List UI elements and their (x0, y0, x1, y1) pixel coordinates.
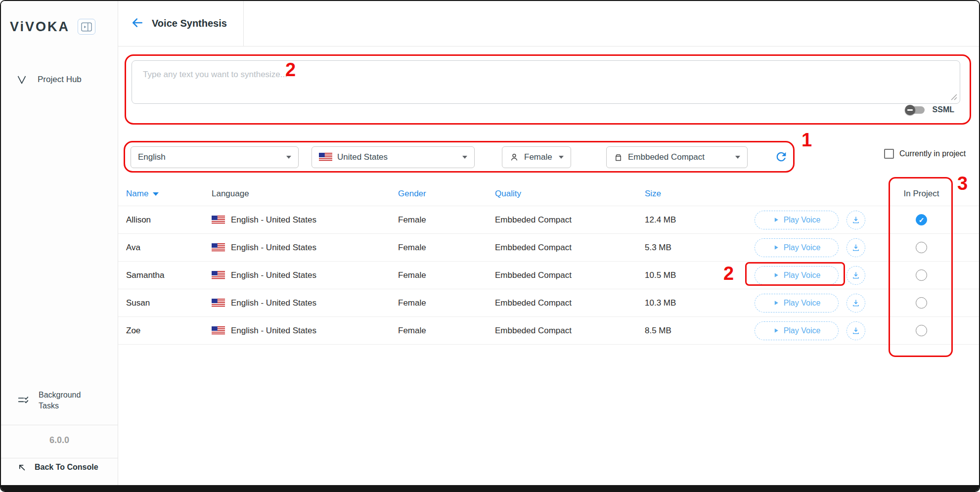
sidebar-item-project-hub[interactable]: Project Hub (16, 74, 82, 86)
voice-language-label: English - United States (231, 326, 316, 336)
in-project-radio[interactable] (916, 214, 927, 225)
voice-size: 10.3 MB (645, 298, 755, 308)
in-project-radio[interactable] (916, 325, 927, 336)
play-voice-button[interactable]: Play Voice (755, 211, 839, 229)
voices-table: Name Language Gender Quality Size In Pro… (118, 181, 979, 345)
column-header-in-project: In Project (893, 189, 950, 199)
play-voice-button[interactable]: Play Voice (755, 266, 839, 285)
language-dropdown[interactable]: English (131, 146, 299, 168)
us-flag-icon (319, 153, 332, 162)
us-flag-icon (212, 243, 225, 252)
ssml-toggle[interactable] (906, 106, 925, 114)
download-button[interactable] (846, 211, 865, 229)
voice-name: Ava (126, 243, 212, 253)
resize-handle-icon[interactable] (951, 94, 957, 100)
sidebar-item-background-tasks[interactable]: Background Tasks (17, 390, 101, 411)
window-bottom-edge (1, 485, 979, 491)
person-icon (509, 152, 519, 162)
voice-language-label: English - United States (231, 243, 316, 253)
voice-quality: Embbeded Compact (495, 298, 645, 308)
table-row: Zoe English - United States Female Embbe… (118, 317, 979, 345)
country-dropdown[interactable]: United States (312, 146, 475, 168)
us-flag-icon (212, 271, 225, 280)
arrow-up-left-icon (17, 462, 27, 472)
sidebar-divider (1, 458, 118, 458)
project-hub-label: Project Hub (38, 75, 82, 85)
table-row: Ava English - United States Female Embbe… (118, 234, 979, 262)
download-icon (851, 326, 860, 335)
play-voice-button[interactable]: Play Voice (755, 294, 839, 313)
voice-language: English - United States (212, 298, 398, 308)
sort-descending-icon (153, 192, 159, 196)
refresh-filters-button[interactable] (774, 150, 789, 165)
download-icon (851, 243, 860, 252)
us-flag-icon (212, 299, 225, 308)
voice-size: 12.4 MB (645, 215, 755, 225)
play-voice-label: Play Voice (784, 271, 821, 280)
app-window: ViVOKA Project Hub Background Tasks (0, 0, 980, 492)
voice-language: English - United States (212, 243, 398, 253)
voice-name: Allison (126, 215, 212, 225)
package-icon (614, 153, 623, 162)
vivoka-v-icon (16, 74, 28, 86)
column-header-gender[interactable]: Gender (398, 189, 495, 199)
voice-quality: Embbeded Compact (495, 215, 645, 225)
page-title: Voice Synthesis (152, 18, 227, 29)
download-icon (851, 271, 860, 280)
currently-in-project-checkbox[interactable] (884, 149, 894, 159)
main-content: Voice Synthesis SSML English United Stat… (118, 1, 979, 485)
voice-language: English - United States (212, 326, 398, 336)
page-header: Voice Synthesis (118, 1, 979, 46)
play-voice-label: Play Voice (784, 326, 821, 335)
play-icon (773, 327, 779, 334)
collapse-panel-icon (81, 22, 92, 32)
language-dropdown-value: English (138, 152, 166, 162)
play-voice-label: Play Voice (784, 243, 821, 252)
column-header-quality[interactable]: Quality (495, 189, 645, 199)
ssml-label: SSML (933, 105, 954, 114)
sidebar-collapse-button[interactable] (78, 19, 95, 35)
play-icon (773, 272, 779, 278)
voice-name: Zoe (126, 326, 212, 336)
download-button[interactable] (846, 294, 865, 313)
column-header-language[interactable]: Language (212, 189, 398, 199)
background-tasks-label: Background Tasks (39, 390, 86, 411)
quality-dropdown-value: Embbeded Compact (628, 152, 705, 162)
voice-gender: Female (398, 270, 495, 280)
quality-dropdown[interactable]: Embbeded Compact (606, 146, 748, 168)
download-button[interactable] (846, 238, 865, 257)
chevron-down-icon (559, 156, 564, 159)
ssml-toggle-thumb (905, 105, 915, 115)
download-icon (851, 299, 860, 308)
synthesis-text-input[interactable] (132, 60, 960, 104)
play-voice-label: Play Voice (784, 216, 821, 224)
table-row: Allison English - United States Female E… (118, 206, 979, 234)
voice-language-label: English - United States (231, 215, 316, 225)
download-button[interactable] (846, 266, 865, 285)
column-header-size[interactable]: Size (645, 189, 755, 199)
play-voice-button[interactable]: Play Voice (755, 238, 839, 257)
voice-gender: Female (398, 326, 495, 336)
column-header-name[interactable]: Name (126, 189, 212, 199)
voice-size: 8.5 MB (645, 326, 755, 336)
version-label: 6.0.0 (1, 435, 118, 446)
voice-language: English - United States (212, 215, 398, 225)
voice-size: 10.5 MB (645, 270, 755, 280)
voice-name: Samantha (126, 270, 212, 280)
chevron-down-icon (286, 156, 291, 159)
in-project-radio[interactable] (916, 242, 927, 253)
back-button[interactable] (130, 16, 145, 31)
voice-size: 5.3 MB (645, 243, 755, 253)
voice-gender: Female (398, 298, 495, 308)
voice-gender: Female (398, 215, 495, 225)
voice-quality: Embbeded Compact (495, 270, 645, 280)
download-button[interactable] (846, 321, 865, 340)
currently-in-project-filter[interactable]: Currently in project (884, 149, 966, 159)
gender-dropdown[interactable]: Female (502, 146, 571, 168)
play-icon (773, 244, 779, 251)
play-voice-button[interactable]: Play Voice (755, 321, 839, 340)
table-header-row: Name Language Gender Quality Size In Pro… (118, 181, 979, 206)
in-project-radio[interactable] (916, 297, 927, 309)
in-project-radio[interactable] (916, 269, 927, 281)
back-to-console-button[interactable]: Back To Console (17, 462, 98, 472)
